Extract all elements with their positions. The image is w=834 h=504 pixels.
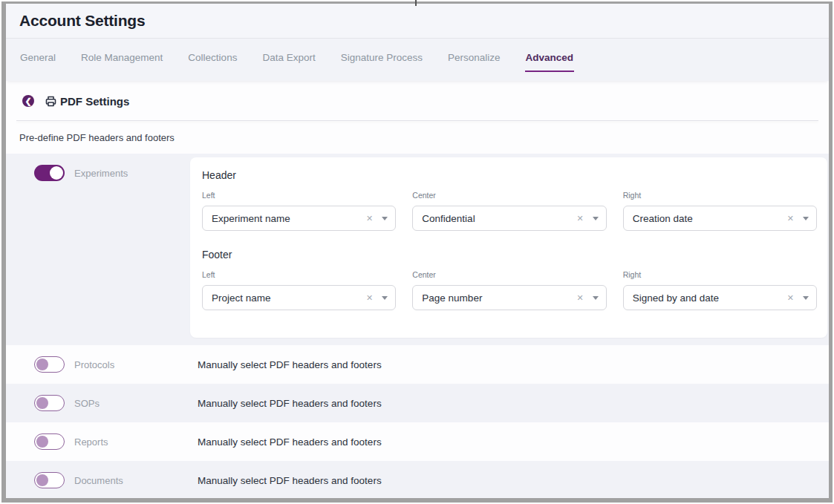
reports-toggle-group: Reports [34,433,192,450]
footer-center-field: Center Page number ✕ [412,270,606,310]
footer-center-select[interactable]: Page number ✕ [412,285,606,310]
pdf-settings-title: PDF Settings [60,95,129,108]
experiments-toggle-group: Experiments [34,165,128,181]
field-label-left: Left [202,191,396,200]
select-value: Project name [212,292,366,304]
tab-personalize[interactable]: Personalize [447,48,501,72]
footer-field-grid: Left Project name ✕ Center Page number ✕ [202,270,817,310]
toggle-knob [36,359,48,370]
predefine-section: Pre-define PDF headers and footers [6,121,829,154]
clear-icon[interactable]: ✕ [787,214,794,223]
toggle-knob [36,397,48,409]
header-left-select[interactable]: Experiment name ✕ [202,206,396,231]
footer-left-select[interactable]: Project name ✕ [202,285,396,310]
header-center-field: Center Confidential ✕ [412,191,606,231]
sops-description: Manually select PDF headers and footers [198,398,382,409]
dropdown-caret-icon[interactable] [593,296,599,300]
footer-section-title: Footer [202,249,817,261]
header-field-grid: Left Experiment name ✕ Center Confidenti… [202,191,817,231]
protocols-row: Protocols Manually select PDF headers an… [6,345,829,384]
protocols-description: Manually select PDF headers and footers [198,359,382,370]
page-title: Account Settings [19,12,145,30]
header-center-select[interactable]: Confidential ✕ [412,206,606,231]
footer-left-field: Left Project name ✕ [202,270,396,310]
field-label-left: Left [202,270,396,279]
reports-row: Reports Manually select PDF headers and … [6,422,829,461]
page-header: Account Settings [6,4,829,39]
printer-icon [45,95,57,108]
dropdown-caret-icon[interactable] [593,217,599,220]
field-label-center: Center [412,191,606,200]
cursor-artifact [415,0,417,6]
tab-advanced[interactable]: Advanced [525,48,575,72]
header-right-select[interactable]: Creation date ✕ [623,206,817,231]
field-label-right: Right [623,270,817,279]
tab-role-management[interactable]: Role Management [80,48,163,72]
predefine-label: Pre-define PDF headers and footers [19,132,175,143]
tab-data-export[interactable]: Data Export [261,48,316,72]
experiments-pdf-card: Header Left Experiment name ✕ Center Con… [190,157,827,338]
tab-signature-process[interactable]: Signature Process [340,48,423,72]
reports-toggle[interactable] [34,433,65,450]
field-label-right: Right [623,191,817,200]
tab-general[interactable]: General [19,48,56,72]
header-section-title: Header [202,169,817,181]
clear-icon[interactable]: ✕ [787,293,794,303]
select-value: Experiment name [212,213,366,224]
clear-icon[interactable]: ✕ [576,214,583,223]
sops-row: SOPs Manually select PDF headers and foo… [6,384,829,422]
sops-toggle-group: SOPs [34,395,192,411]
documents-toggle[interactable] [34,472,65,488]
reports-description: Manually select PDF headers and footers [198,436,382,448]
pdf-settings-bar: ❮ PDF Settings [6,81,829,121]
tab-collections[interactable]: Collections [187,48,238,72]
dropdown-caret-icon[interactable] [382,217,388,220]
clear-icon[interactable]: ✕ [576,293,583,303]
field-label-center: Center [412,270,606,279]
select-value: Signed by and date [633,292,787,304]
clear-icon[interactable]: ✕ [366,214,373,223]
clear-icon[interactable]: ✕ [366,293,373,303]
protocols-toggle-group: Protocols [34,356,192,373]
settings-tab-bar: General Role Management Collections Data… [6,39,829,81]
dropdown-caret-icon[interactable] [382,296,388,300]
documents-label: Documents [74,475,123,486]
sops-toggle[interactable] [34,395,65,411]
header-left-field: Left Experiment name ✕ [202,191,396,231]
protocols-toggle[interactable] [34,356,65,373]
toggle-knob [36,436,48,448]
dropdown-caret-icon[interactable] [803,217,809,220]
select-value: Confidential [422,213,576,224]
select-value: Page number [422,292,576,304]
dropdown-caret-icon[interactable] [803,296,809,300]
reports-label: Reports [74,436,108,448]
experiments-row: Experiments Header Left Experiment name … [6,154,829,345]
experiments-label: Experiments [74,168,128,179]
toggle-knob [50,166,63,180]
experiments-toggle[interactable] [34,165,65,181]
window-frame: Account Settings General Role Management… [1,1,833,503]
footer-right-select[interactable]: Signed by and date ✕ [623,285,817,310]
toggle-knob [36,474,48,486]
documents-toggle-group: Documents [34,472,192,488]
footer-right-field: Right Signed by and date ✕ [623,270,817,310]
back-button[interactable]: ❮ [22,95,34,107]
select-value: Creation date [633,213,787,224]
protocols-label: Protocols [74,359,114,370]
header-right-field: Right Creation date ✕ [623,191,817,231]
documents-description: Manually select PDF headers and footers [198,475,382,486]
sops-label: SOPs [74,398,100,409]
documents-row: Documents Manually select PDF headers an… [6,461,829,500]
